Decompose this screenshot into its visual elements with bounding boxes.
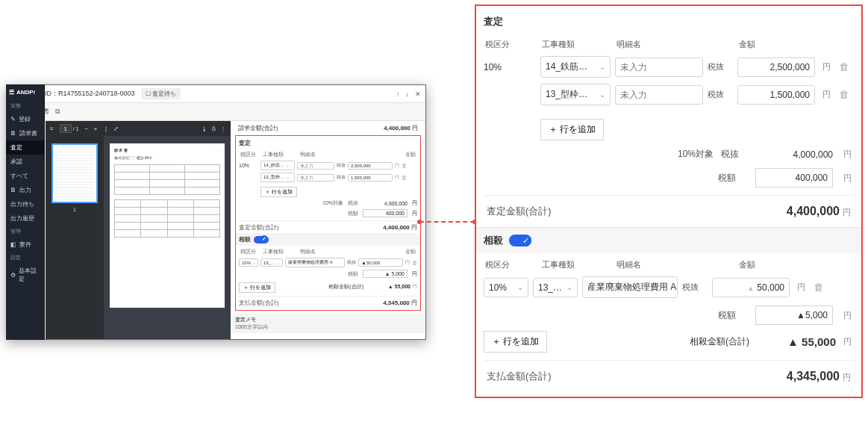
construction-type-select[interactable]: 13_型枠…⌄ bbox=[540, 84, 611, 105]
more-icon[interactable]: ⋮ bbox=[220, 125, 226, 132]
trash-icon[interactable]: 🗑 bbox=[402, 163, 407, 168]
trash-icon[interactable]: 🗑 bbox=[837, 61, 849, 72]
sidebar-item-output[interactable]: 🗎出力 bbox=[6, 183, 44, 197]
detail-name-input[interactable] bbox=[297, 162, 334, 170]
enlarged-detail-panel: 査定 税区分 工事種類 明細名 金額 10% 14_鉄筋…⌄ 税抜 2,500,… bbox=[475, 4, 863, 398]
highlighted-panel: 査定 税区分工事種類明細名金額 10% 14_鉄筋… 税抜 2,500,000 … bbox=[235, 135, 421, 311]
pdf-page-content: 請 求 書· · · 株式会社〇〇建設 御中 bbox=[110, 143, 225, 308]
thumb-number: 1 bbox=[73, 206, 76, 213]
trash-icon[interactable]: 🗑 bbox=[812, 282, 824, 293]
offset-toggle[interactable] bbox=[254, 236, 269, 244]
add-row-button[interactable]: ＋ 行を追加 bbox=[260, 187, 297, 197]
offset-total-amount: ▲ 55,000 bbox=[754, 335, 836, 348]
add-row-button[interactable]: ＋ 行を追加 bbox=[239, 282, 275, 293]
offset-toggle[interactable] bbox=[509, 235, 531, 246]
detail-name-input[interactable] bbox=[615, 58, 703, 77]
tax-rate-select[interactable]: 10%⌄ bbox=[484, 278, 528, 297]
thumbnails-panel: 1 bbox=[46, 136, 104, 339]
status-badge: ☐ 査定待ち bbox=[141, 88, 181, 99]
detail-pane: 請求金額(合計)4,400,000 円 査定 税区分工事種類明細名金額 10% … bbox=[231, 121, 425, 339]
assess-total-label: 査定金額(合計) bbox=[487, 205, 552, 218]
fit-icon[interactable]: ⤢ bbox=[113, 125, 119, 132]
assess-total-amount: 4,400,000 bbox=[787, 205, 840, 217]
trash-icon[interactable]: 🗑 bbox=[837, 89, 849, 100]
trash-icon[interactable]: 🗑 bbox=[412, 260, 417, 265]
tax-select[interactable]: 10% bbox=[239, 258, 258, 267]
tax-rate-label: 10% bbox=[484, 62, 536, 72]
sidebar-section: 実務 bbox=[6, 100, 44, 112]
offset-name-input[interactable]: 産業廃棄物処理費用 A bbox=[582, 276, 678, 298]
brand-logo: ☰ANDP/ bbox=[6, 84, 44, 100]
amount-input[interactable]: 1,500,000 bbox=[348, 174, 393, 182]
sidebar-item-output-hist[interactable]: 出力履歴 bbox=[6, 211, 44, 226]
close-icon[interactable]: ✕ bbox=[415, 90, 421, 98]
tax-excl-label: 税抜 bbox=[708, 61, 733, 72]
add-row-button[interactable]: ＋ 行を追加 bbox=[540, 119, 604, 140]
subtotal-excl: 4,000,000 bbox=[758, 149, 833, 160]
app-window: 🗎 請求書ID：R14755152-240718-0003 ☐ 査定待ち ↑ ↓… bbox=[6, 84, 426, 340]
yen-label: 円 bbox=[819, 61, 833, 72]
pay-total-amount: 4,345,000 bbox=[787, 370, 840, 382]
tax-amount-input[interactable]: ▲ 5,000 bbox=[363, 270, 408, 278]
memo-section: 査定メモ1000文字以内 bbox=[231, 314, 425, 333]
sidebar-item-approval[interactable]: 承認 bbox=[6, 155, 44, 169]
sidebar-item-output-wait[interactable]: 出力待ち bbox=[6, 197, 44, 211]
sidebar-item-register[interactable]: ✎登録 bbox=[6, 112, 44, 126]
connector-line bbox=[419, 221, 475, 223]
construction-type-select[interactable]: 14_鉄筋…⌄ bbox=[540, 56, 611, 78]
download-icon[interactable]: ⭳ bbox=[202, 125, 207, 132]
zoom-out-icon[interactable]: − bbox=[84, 125, 88, 132]
amount-input[interactable]: ▲50,000 bbox=[712, 278, 790, 297]
pay-total-label: 支払金額(合計) bbox=[487, 370, 552, 383]
tax-amount-input[interactable]: 400,000 bbox=[755, 168, 833, 187]
sidebar-item-all[interactable]: すべて bbox=[6, 169, 44, 183]
assess-section-title: 査定 bbox=[484, 10, 854, 33]
tax-excl-label: 税抜 bbox=[682, 282, 708, 293]
offset-name-input[interactable]: 産業廃棄物処理費用 A bbox=[285, 258, 345, 267]
page-total: / 1 bbox=[73, 126, 79, 131]
request-total-amount: 4,400,000 bbox=[384, 125, 410, 131]
sidebar-item-assessment[interactable]: 査定 bbox=[6, 140, 44, 155]
amount-input[interactable]: 2,500,000 bbox=[737, 58, 815, 77]
zoom-in-icon[interactable]: ＋ bbox=[93, 125, 99, 133]
construction-type-select[interactable]: 14_鉄筋… bbox=[260, 161, 295, 170]
arrow-down-icon[interactable]: ↓ bbox=[406, 90, 410, 98]
assessment-row: 13_型枠…⌄ 税抜 1,500,000 円 🗑 bbox=[484, 84, 854, 105]
page-thumbnail[interactable] bbox=[51, 143, 98, 203]
amount-input[interactable]: 1,500,000 bbox=[737, 85, 815, 105]
offset-total-label: 相殺金額(合計) bbox=[690, 335, 749, 348]
offset-section-header: 相殺 bbox=[476, 227, 861, 253]
tax-amount-input[interactable]: ▲5,000 bbox=[755, 306, 833, 325]
sidebar-item-settings[interactable]: ⚙基本設定 bbox=[6, 264, 44, 286]
sidebar-item-project[interactable]: ◧案件 bbox=[6, 238, 44, 252]
offset-section-header: 相殺 bbox=[236, 233, 420, 246]
add-row-button[interactable]: ＋ 行を追加 bbox=[484, 331, 547, 353]
print-icon[interactable]: ⎙ bbox=[212, 125, 216, 132]
yen-label: 円 bbox=[819, 89, 833, 100]
sidebar-item-invoice[interactable]: 🗎請求書 bbox=[6, 126, 44, 140]
construction-type-select[interactable]: 13_… bbox=[260, 258, 283, 267]
detail-name-input[interactable] bbox=[615, 85, 703, 105]
tax-amount-input[interactable]: 400,000 bbox=[363, 209, 408, 217]
assess-section-title: 査定 bbox=[239, 137, 417, 149]
assessment-row: 10% 14_鉄筋…⌄ 税抜 2,500,000 円 🗑 bbox=[484, 56, 854, 78]
detail-name-input[interactable] bbox=[297, 174, 334, 182]
offset-row: 10%⌄ 13_…⌄ 産業廃棄物処理費用 A 税抜 ▲50,000 円 🗑 bbox=[484, 276, 854, 298]
amount-input[interactable]: 2,500,000 bbox=[348, 162, 393, 170]
column-headers: 税区分 工事種類 明細名 金額 bbox=[484, 259, 854, 270]
tabbar: ◎ 請求書 ⧉ bbox=[7, 103, 425, 121]
titlebar: 🗎 請求書ID：R14755152-240718-0003 ☐ 査定待ち ↑ ↓… bbox=[7, 85, 425, 103]
menu-icon[interactable]: ≡ bbox=[50, 125, 54, 132]
trash-icon[interactable]: 🗑 bbox=[402, 175, 407, 180]
pdf-viewer: ≡ / 1 −＋｜⤢ ⭳⎙⋮ 1 請 求 書· · · 株式会社〇〇建設 御中 bbox=[46, 121, 231, 339]
sidebar-section: 設定 bbox=[6, 252, 44, 264]
construction-type-select[interactable]: 13_型枠… bbox=[260, 173, 295, 182]
page-current-input[interactable] bbox=[60, 124, 72, 133]
amount-input[interactable]: ▲ 50,000 bbox=[358, 258, 403, 267]
external-link-icon[interactable]: ⧉ bbox=[55, 108, 64, 117]
arrow-up-icon[interactable]: ↑ bbox=[396, 90, 400, 98]
request-total-label: 請求金額(合計) bbox=[238, 124, 278, 132]
construction-type-select[interactable]: 13_…⌄ bbox=[533, 278, 578, 297]
column-headers: 税区分 工事種類 明細名 金額 bbox=[484, 39, 854, 50]
left-sidebar: ☰ANDP/ 実務 ✎登録 🗎請求書 査定 承認 すべて 🗎出力 出力待ち 出力… bbox=[6, 84, 45, 340]
